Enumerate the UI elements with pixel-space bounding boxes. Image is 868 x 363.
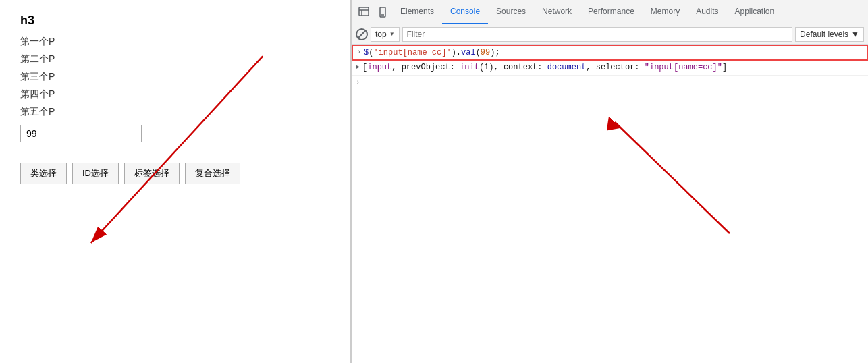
- paren-close: ): [452, 48, 456, 57]
- tag-select-button[interactable]: 标签选择: [124, 163, 180, 184]
- page-heading: h3: [20, 13, 330, 28]
- val-open: (: [476, 48, 481, 57]
- tab-audits[interactable]: Audits: [688, 0, 726, 24]
- filter-input[interactable]: [402, 27, 792, 42]
- paragraph-4: 第四个P: [20, 88, 330, 101]
- input-section: [20, 125, 330, 142]
- val-number: 99: [481, 48, 490, 57]
- paragraph-5: 第五个P: [20, 106, 330, 118]
- context-selector[interactable]: top ▼: [371, 27, 400, 42]
- selector-string: 'input[name=cc]': [373, 48, 451, 57]
- console-output: › $('input[name=cc]').val(99); ▶ [input,…: [352, 45, 868, 363]
- id-select-button[interactable]: ID选择: [72, 163, 119, 184]
- devtools-panel: Elements Console Sources Network Perform…: [351, 0, 868, 363]
- compound-select-button[interactable]: 复合选择: [185, 163, 240, 184]
- buttons-section: 类选择 ID选择 标签选择 复合选择: [20, 163, 330, 184]
- tab-network[interactable]: Network: [534, 0, 580, 24]
- result-expand-arrow[interactable]: ▶: [356, 63, 360, 71]
- levels-dropdown-arrow: ▼: [851, 30, 859, 39]
- inspect-icon[interactable]: [354, 0, 373, 24]
- tab-elements[interactable]: Elements: [392, 0, 442, 24]
- console-prompt-line[interactable]: ›: [352, 76, 868, 90]
- prompt-prefix: ›: [356, 78, 360, 86]
- clear-console-button[interactable]: [356, 28, 368, 40]
- paragraph-2: 第二个P: [20, 53, 330, 65]
- val-method: val: [461, 48, 476, 57]
- class-select-button[interactable]: 类选择: [20, 163, 67, 184]
- dot-val: .: [456, 48, 461, 57]
- tab-memory[interactable]: Memory: [643, 0, 688, 24]
- svg-line-8: [615, 122, 730, 233]
- console-result-line[interactable]: ▶ [input, prevObject: init(1), context: …: [352, 61, 868, 76]
- paragraph-3: 第三个P: [20, 71, 330, 83]
- levels-selector[interactable]: Default levels ▼: [795, 27, 864, 42]
- devtools-tabs-bar: Elements Console Sources Network Perform…: [352, 0, 868, 24]
- levels-value: Default levels: [800, 30, 848, 39]
- paragraph-1: 第一个P: [20, 36, 330, 48]
- result-text: [input, prevObject: init(1), context: do…: [362, 63, 864, 72]
- cc-input[interactable]: [20, 125, 142, 142]
- context-dropdown-arrow: ▼: [389, 31, 395, 37]
- tab-console[interactable]: Console: [442, 0, 488, 24]
- tab-sources[interactable]: Sources: [488, 0, 534, 24]
- console-toolbar: top ▼ Default levels ▼: [352, 24, 868, 45]
- svg-rect-2: [359, 7, 369, 16]
- mobile-icon[interactable]: [373, 0, 392, 24]
- command-text: $('input[name=cc]').val(99);: [364, 48, 863, 57]
- annotation-arrow-right: [352, 45, 868, 363]
- command-prefix: ›: [357, 49, 361, 56]
- val-close: );: [490, 48, 499, 57]
- console-command-line[interactable]: › $('input[name=cc]').val(99);: [352, 45, 868, 61]
- context-value: top: [375, 30, 387, 39]
- tab-performance[interactable]: Performance: [580, 0, 643, 24]
- webpage-panel: h3 第一个P 第二个P 第三个P 第四个P 第五个P 类选择 ID选择 标签选…: [0, 0, 351, 363]
- svg-line-1: [91, 56, 263, 242]
- tab-application[interactable]: Application: [727, 0, 783, 24]
- svg-rect-5: [380, 7, 385, 17]
